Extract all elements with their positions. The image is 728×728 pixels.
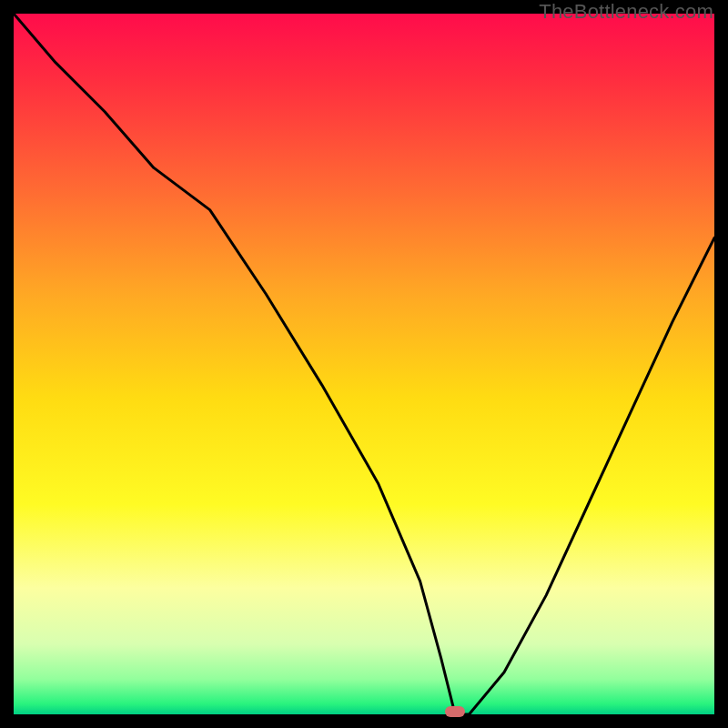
plot-area [14,14,714,714]
chart-svg [14,14,714,714]
chart-frame: TheBottleneck.com [0,0,728,728]
optimal-point-marker [445,706,465,717]
gradient-background [14,14,714,714]
watermark-text: TheBottleneck.com [539,0,713,24]
